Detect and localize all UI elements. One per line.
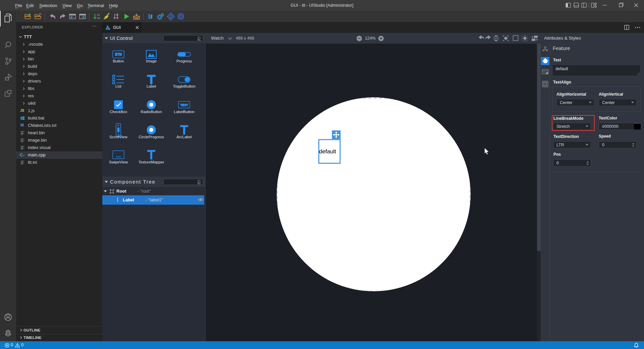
- svg-text:default: default: [319, 148, 336, 155]
- svg-text:10: 10: [97, 16, 100, 19]
- svg-text:01: 01: [116, 13, 119, 16]
- svg-text:i: i: [547, 72, 547, 74]
- svg-text:01: 01: [97, 13, 100, 16]
- svg-text:BTN: BTN: [115, 53, 122, 56]
- svg-text:TEXT: TEXT: [180, 103, 188, 107]
